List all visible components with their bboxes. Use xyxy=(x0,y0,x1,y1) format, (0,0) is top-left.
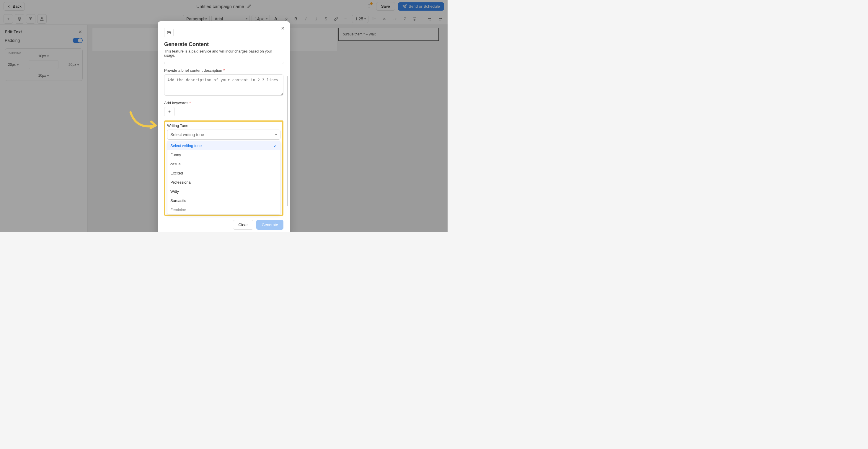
description-textarea[interactable] xyxy=(164,74,283,96)
tone-option-feminine[interactable]: Feminine xyxy=(167,205,280,214)
writing-tone-section: Writing Tone Select writing tone Select … xyxy=(164,121,283,216)
tone-select[interactable]: Select writing tone xyxy=(167,130,280,140)
generate-button[interactable]: Generate xyxy=(256,220,283,230)
generate-content-modal: Generate Content This feature is a paid … xyxy=(158,21,290,232)
tone-option-sarcastic[interactable]: Sarcastic xyxy=(167,196,280,205)
svg-point-9 xyxy=(168,32,168,33)
tone-option-professional[interactable]: Professional xyxy=(167,178,280,187)
tone-label: Writing Tone xyxy=(167,123,280,128)
chevron-down-icon xyxy=(275,134,277,135)
plus-icon xyxy=(168,110,171,114)
tone-dropdown: Select writing tone Funny casual Excited… xyxy=(167,141,280,215)
modal-footer: Clear Generate xyxy=(164,220,283,230)
add-keyword-button[interactable] xyxy=(164,107,175,116)
tone-option-witty[interactable]: Witty xyxy=(167,187,280,196)
tone-option-excited[interactable]: Excited xyxy=(167,168,280,178)
scrollbar[interactable] xyxy=(287,76,288,206)
modal-title: Generate Content xyxy=(164,41,283,47)
modal-subtitle: This feature is a paid service and will … xyxy=(164,49,283,58)
ai-icon xyxy=(164,28,174,37)
svg-point-10 xyxy=(169,32,170,33)
check-icon xyxy=(273,144,277,148)
keywords-label: Add keywords * xyxy=(164,101,283,105)
clear-button[interactable]: Clear xyxy=(233,220,254,230)
close-icon[interactable] xyxy=(280,26,285,31)
modal-overlay: Generate Content This feature is a paid … xyxy=(0,0,447,232)
tone-option-funny[interactable]: Funny xyxy=(167,150,280,159)
tone-option-select[interactable]: Select writing tone xyxy=(167,141,280,150)
tone-select-value: Select writing tone xyxy=(170,132,204,137)
tone-option-casual[interactable]: casual xyxy=(167,159,280,168)
description-label: Provide a brief content description * xyxy=(164,68,283,73)
hidden-field-edge xyxy=(164,62,283,64)
